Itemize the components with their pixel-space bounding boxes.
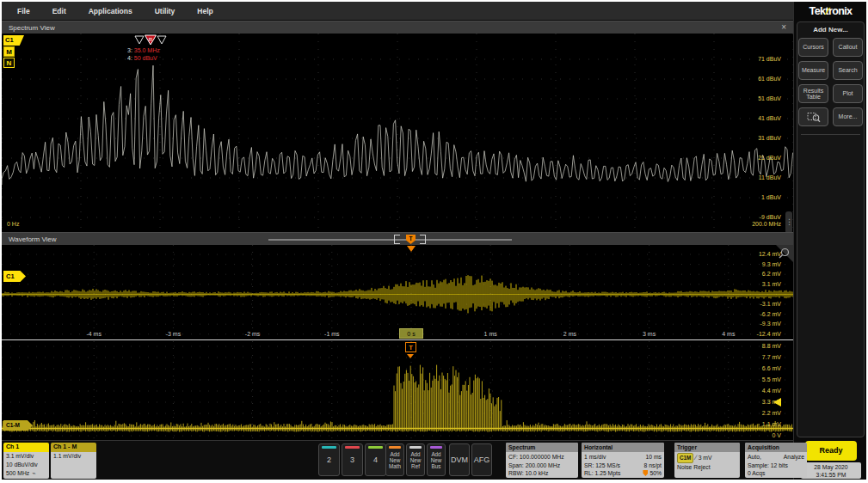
waveform-view-titlebar[interactable]: Waveform View T	[2, 232, 793, 245]
add-new-ref-button[interactable]: Add New Ref	[406, 443, 425, 476]
waveform-lower-y-label: 4.4 mV	[712, 388, 781, 394]
spectrum-trace-badge-max[interactable]: M	[3, 46, 15, 57]
afg-button[interactable]: AFG	[471, 443, 492, 476]
spectrum-y-label: 31 dBuV	[712, 135, 781, 141]
trigger-source-badge: C1M	[677, 453, 693, 463]
measure-button[interactable]: Measure	[798, 61, 828, 80]
time-axis-label: -4 ms	[86, 331, 102, 337]
channel-setting-line: 3.1 mV/div	[6, 452, 49, 461]
menu-item-applications[interactable]: Applications	[89, 7, 132, 15]
spectrum-view-titlebar[interactable]: Spectrum View ×	[2, 21, 793, 34]
tektronix-logo: Tektronix ∕	[794, 5, 867, 17]
time-axis-label: 1 ms	[484, 331, 497, 337]
waveform-upper-y-label: 12.4 mV	[712, 251, 781, 257]
waveform-upper-y-label: -9.3 mV	[712, 321, 781, 327]
menu-item-utility[interactable]: Utility	[155, 7, 175, 15]
channel-color-stripe	[430, 446, 442, 449]
button-label: 3	[350, 457, 354, 463]
button-label: Add New Ref	[410, 451, 422, 469]
zoom-mode-icon	[807, 112, 821, 123]
channel-badge-ch1-m[interactable]: Ch 1 - M1.1 mV/div	[51, 443, 96, 479]
spectrum-trace	[2, 65, 793, 185]
close-icon[interactable]: ×	[781, 22, 786, 32]
spectrum-plot-area[interactable]: R C1 M N 3: 35.0 MHz 4: 50 dBuV 0 Hz 200…	[2, 34, 793, 232]
time-axis-label: -3 ms	[166, 331, 182, 337]
frequency-stop-label: 200.0 MHz	[712, 221, 781, 227]
spectrum-view-pane: Spectrum View × R C1 M N 3: 35.0 MHz 4: …	[2, 21, 793, 232]
acquisition-mode-value: Auto,	[748, 453, 761, 462]
pan-window-bracket-right	[420, 235, 426, 244]
2-button[interactable]: 2	[318, 443, 340, 476]
pan-window-bracket-left	[394, 235, 400, 244]
button-label: 2	[327, 457, 331, 463]
marker2-label: 4:	[127, 55, 132, 61]
results-table-button[interactable]: Results Table	[798, 84, 828, 103]
sample-rate-value: SR: 125 MS/s	[584, 462, 620, 470]
trigger-position-flag[interactable]: T	[406, 235, 416, 244]
trigger-position-arrow-icon	[407, 246, 416, 252]
waveform-plot-area[interactable]: 0 s T C1 C1-M 12.4 mV9.3 mV6.2 mV3.1 mV-…	[2, 245, 793, 440]
spectrum-y-label: 51 dBuV	[712, 95, 781, 101]
spectrum-trace-badge-normal[interactable]: N	[3, 58, 15, 68]
ready-status-button[interactable]: Ready	[805, 441, 857, 461]
more-button[interactable]: More...	[833, 107, 863, 126]
spectrum-y-label: 41 dBuV	[712, 115, 781, 121]
acquisition-settings-panel[interactable]: Acquisition Auto,Analyze Sample: 12 bits…	[745, 443, 807, 478]
3-button[interactable]: 3	[342, 443, 363, 476]
timebase-value: 1 ms/div	[584, 453, 606, 462]
button-label: AFG	[474, 457, 490, 463]
pane-splitter-handle[interactable]: ⋮	[785, 211, 792, 234]
menu-item-file[interactable]: File	[17, 7, 30, 15]
dvm-button[interactable]: DVM	[449, 443, 470, 476]
spectrum-y-label: 21 dBuV	[712, 155, 781, 161]
trigger-panel-title: Trigger	[674, 443, 740, 452]
trigger-mode-value: Noise Reject	[677, 463, 737, 472]
spectrum-y-label: 61 dBuV	[712, 76, 781, 82]
waveform-lower-y-label: 3.3 mV	[712, 399, 781, 405]
logo-slash-icon: ∕	[827, 5, 828, 17]
horizontal-settings-panel[interactable]: Horizontal 1 ms/div10 ms SR: 125 MS/s8 n…	[582, 443, 664, 478]
acquisition-analyze-value: Analyze	[784, 453, 804, 462]
spectrum-settings-panel[interactable]: Spectrum CF: 100.000000 MHz Span: 200.00…	[506, 443, 578, 478]
zoom-mode-button[interactable]	[798, 107, 828, 126]
callout-button[interactable]: Callout	[833, 38, 863, 57]
trigger-time-marker[interactable]: T	[405, 342, 416, 352]
acq-count-value: 0 Acqs	[748, 469, 804, 478]
time-axis-label: 4 ms	[722, 331, 735, 337]
peak-marker-icon	[157, 36, 166, 44]
search-button[interactable]: Search	[833, 61, 863, 80]
channel-setting-line: 500 MHz⌁	[6, 469, 49, 478]
waveform-upper-y-label: 3.1 mV	[712, 281, 781, 287]
channel-setting-line: 1.1 mV/div	[53, 452, 96, 461]
waveform-upper-y-label: -3.1 mV	[712, 301, 781, 307]
spectrum-graph: R	[2, 34, 793, 232]
waveform-graph	[2, 245, 793, 440]
4-button[interactable]: 4	[365, 443, 386, 476]
record-length-value: RL: 1.25 Mpts	[584, 469, 620, 478]
trigger-settings-panel[interactable]: Trigger C1M∕3 mV Noise Reject	[674, 443, 740, 478]
datetime-display: 28 May 2020 3:41:55 PM	[801, 462, 861, 479]
add-new-bus-button[interactable]: Add New Bus	[427, 443, 446, 476]
channel-color-stripe	[368, 446, 383, 449]
horizontal-pan-bar[interactable]	[268, 239, 512, 241]
channel-badge-ch1[interactable]: Ch 13.1 mV/div10 dBuV/div500 MHz⌁	[3, 443, 49, 479]
sample-bits-value: Sample: 12 bits	[748, 462, 804, 470]
waveform-lower-y-label: 6.6 mV	[712, 365, 781, 371]
cursors-button[interactable]: Cursors	[798, 38, 828, 57]
date-text: 28 May 2020	[801, 463, 861, 471]
span-value: Span: 200.000 MHz	[508, 462, 576, 470]
button-label: 4	[373, 457, 378, 463]
ch1-magnitude-trace-handle[interactable]: C1-M	[3, 420, 33, 431]
bandwidth-limit-icon: ⌁	[32, 470, 35, 476]
channel-badge-settings: 3.1 mV/div10 dBuV/div500 MHz⌁	[3, 452, 49, 479]
menu-item-edit[interactable]: Edit	[52, 7, 66, 15]
channel-badge-settings: 1.1 mV/div	[51, 452, 96, 479]
waveform-upper-y-label: -6.2 mV	[712, 311, 781, 317]
logo-text: Tektronix	[810, 5, 853, 17]
channel-color-stripe	[409, 446, 422, 449]
menu-item-help[interactable]: Help	[197, 7, 212, 15]
add-new-math-button[interactable]: Add New Math	[385, 443, 404, 476]
plot-button[interactable]: Plot	[833, 84, 863, 103]
time-zero-readout: 0 s	[399, 328, 423, 339]
marker-readouts: 3: 35.0 MHz 4: 50 dBuV	[127, 46, 160, 62]
